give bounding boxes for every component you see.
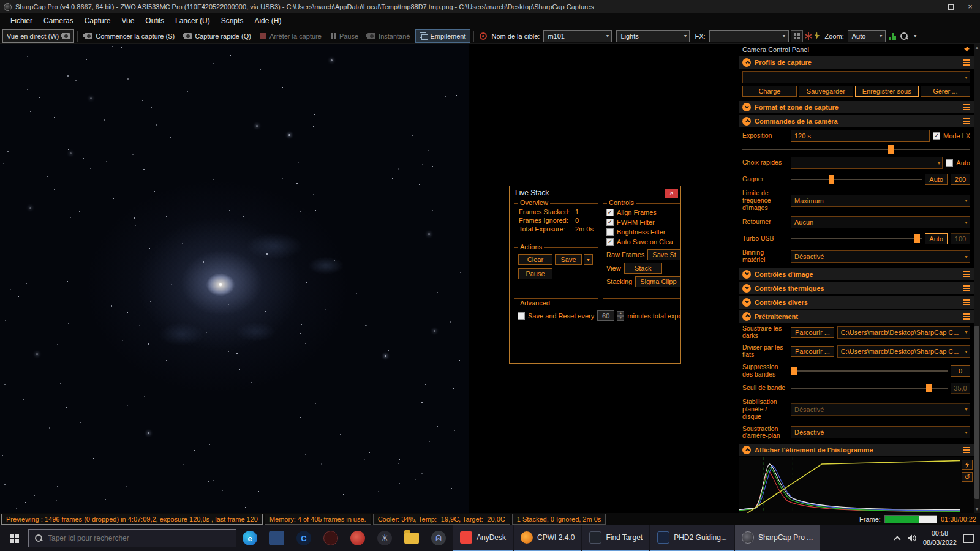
darks-browse-button[interactable]: Parcourir ... <box>791 327 834 338</box>
taskbar-icon-app-star[interactable]: ✳ <box>371 525 398 551</box>
close-button[interactable]: × <box>960 0 980 13</box>
section-menu-icon[interactable] <box>963 271 970 277</box>
usb-value[interactable]: 100 <box>951 233 970 244</box>
pause-button[interactable]: Pause <box>327 29 362 43</box>
section-pretraitement[interactable]: Prétraitement <box>739 310 974 323</box>
menu-fichier[interactable]: Fichier <box>5 15 38 27</box>
magnifier-icon[interactable] <box>900 32 908 40</box>
frame-type-select[interactable]: Lights ▼ <box>616 30 690 42</box>
live-stack-titlebar[interactable]: Live Stack × <box>510 186 680 200</box>
raw-frames-button[interactable]: Save St <box>647 249 681 260</box>
section-menu-icon[interactable] <box>963 104 970 110</box>
clear-fx-asterisk-icon[interactable] <box>805 32 812 40</box>
section-menu-icon[interactable] <box>963 313 970 320</box>
flats-browse-button[interactable]: Parcourir ... <box>791 346 834 357</box>
lx-mode-checkbox[interactable]: ✓ <box>933 132 940 140</box>
taskbar-search[interactable] <box>28 529 236 547</box>
section-format-zone-capture[interactable]: Format et zone de capture <box>739 101 974 113</box>
quick-picks-select[interactable]: ▼ <box>791 157 943 169</box>
view-button[interactable]: Stack <box>624 263 662 274</box>
flats-path-select[interactable]: C:\Users\marcb\Desktop\SharpCap C... ▼ <box>837 345 970 358</box>
frame-rate-limit-select[interactable]: Maximum ▼ <box>791 195 970 207</box>
section-controles-thermiques[interactable]: Contrôles thermiques <box>739 282 974 294</box>
minutes-input[interactable]: 60 <box>597 310 614 321</box>
charge-button[interactable]: Charge <box>742 86 797 97</box>
scroll-down-arrow[interactable]: ▼ <box>974 506 980 513</box>
gerer-button[interactable]: Gérer ... <box>921 86 970 97</box>
volume-icon[interactable] <box>907 534 917 542</box>
banding-threshold-slider[interactable] <box>791 384 948 392</box>
spin-down-icon[interactable]: ▼ <box>617 316 624 321</box>
section-controles-image[interactable]: Contrôles d'image <box>739 268 974 280</box>
scrollbar-thumb[interactable] <box>974 326 979 499</box>
stacking-button[interactable]: Empilement <box>415 29 470 43</box>
banding-threshold-value[interactable]: 35,0 <box>951 383 970 394</box>
menu-lancer[interactable]: Lancer (U) <box>170 15 216 27</box>
taskbar-icon-app-dark[interactable] <box>317 525 344 551</box>
slider-thumb[interactable] <box>926 384 932 392</box>
section-histogram-stretch[interactable]: Afficher l'étirement de l'histogramme <box>739 444 974 456</box>
sauvegarder-button[interactable]: Sauvegarder <box>799 86 853 97</box>
banding-value[interactable]: 0 <box>951 365 970 377</box>
taskbar-app-phd2[interactable]: PHD2 Guiding... <box>650 525 734 551</box>
section-menu-icon[interactable] <box>963 299 970 305</box>
binning-select[interactable]: Désactivé ▼ <box>791 250 970 263</box>
minimize-button[interactable] <box>921 0 941 13</box>
menu-cameras[interactable]: Cameras <box>38 15 79 27</box>
live-view-button[interactable]: Vue en direct (W) <box>2 29 74 43</box>
section-menu-icon[interactable] <box>963 285 970 291</box>
taskbar-icon-file-explorer[interactable] <box>398 525 425 551</box>
profile-select[interactable]: ▼ <box>742 71 970 83</box>
maximize-button[interactable] <box>941 0 960 13</box>
tray-expand-icon[interactable] <box>894 536 900 542</box>
clear-button[interactable]: Clear <box>518 254 552 265</box>
pin-icon[interactable] <box>963 46 970 53</box>
live-stack-close-button[interactable]: × <box>665 189 678 198</box>
brightness-filter-checkbox[interactable]: ✓ <box>606 228 614 236</box>
section-profils-de-capture[interactable]: Profils de capture <box>739 56 974 69</box>
reset-stretch-button[interactable]: ↺ <box>962 472 973 482</box>
gain-value[interactable]: 200 <box>951 174 970 185</box>
stacking-mode-button[interactable]: Sigma Clipp <box>635 276 681 287</box>
menu-vue[interactable]: Vue <box>116 15 140 27</box>
section-menu-icon[interactable] <box>963 447 970 453</box>
exposure-input[interactable]: 120 s <box>791 130 930 142</box>
taskbar-icon-discord[interactable]: ᗣ <box>425 525 452 551</box>
slider-thumb[interactable] <box>914 234 920 243</box>
taskbar-app-find-target[interactable]: Find Target <box>582 525 649 551</box>
taskbar-app-anydesk[interactable]: AnyDesk <box>453 525 513 551</box>
taskbar-icon-edge[interactable]: e <box>236 525 263 551</box>
taskbar-app-sharpcap[interactable]: SharpCap Pro ... <box>735 525 820 551</box>
usb-turbo-slider[interactable] <box>791 234 922 243</box>
sky-image[interactable] <box>0 44 469 513</box>
minutes-spinner[interactable]: ▲ ▼ <box>617 311 624 321</box>
usb-auto-button[interactable]: Auto <box>925 233 948 244</box>
fx-select[interactable]: ▼ <box>709 30 789 42</box>
section-menu-icon[interactable] <box>963 59 970 66</box>
darks-path-select[interactable]: C:\Users\marcb\Desktop\SharpCap C... ▼ <box>837 326 970 339</box>
zoom-select[interactable]: Auto ▼ <box>848 30 886 42</box>
spin-up-icon[interactable]: ▲ <box>617 311 624 316</box>
menu-scripts[interactable]: Scripts <box>216 15 249 27</box>
save-button[interactable]: Save <box>555 254 582 265</box>
histogram-icon[interactable] <box>889 32 896 40</box>
auto-save-checkbox[interactable]: ✓ <box>606 238 614 246</box>
save-dropdown-button[interactable]: ▼ <box>584 254 593 265</box>
histogram-widget[interactable]: ↺ <box>739 457 974 513</box>
flip-select[interactable]: Aucun ▼ <box>791 216 970 228</box>
slider-thumb[interactable] <box>888 145 894 154</box>
pause-stack-button[interactable]: Pause <box>518 268 552 279</box>
snapshot-button[interactable]: Instantané <box>364 29 413 43</box>
panel-scrollbar[interactable]: ▲ ▼ <box>974 44 980 513</box>
slider-thumb[interactable] <box>791 367 797 375</box>
section-controles-divers[interactable]: Contrôles divers <box>739 296 974 309</box>
menu-capture[interactable]: Capture <box>79 15 116 27</box>
exposure-auto-checkbox[interactable]: ✓ <box>946 159 953 167</box>
taskbar-clock[interactable]: 00:58 08/03/2022 <box>923 529 957 547</box>
taskbar-icon-app-red[interactable] <box>344 525 371 551</box>
section-menu-icon[interactable] <box>963 118 970 124</box>
align-frames-checkbox[interactable]: ✓ <box>606 209 614 216</box>
exposure-slider[interactable] <box>742 145 970 154</box>
background-subtraction-select[interactable]: Désactivé ▼ <box>791 426 970 438</box>
start-capture-button[interactable]: Commencer la capture (S) <box>81 29 178 43</box>
